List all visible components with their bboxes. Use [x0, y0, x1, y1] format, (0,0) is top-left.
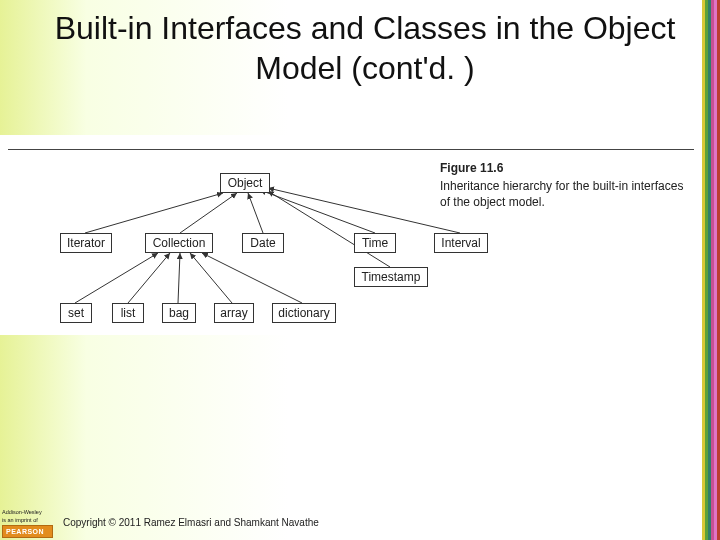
node-time: Time: [354, 233, 396, 253]
node-collection: Collection: [145, 233, 213, 253]
node-bag: bag: [162, 303, 196, 323]
slide: Built-in Interfaces and Classes in the O…: [0, 0, 720, 540]
pearson-badge: PEARSON: [2, 525, 53, 538]
node-set: set: [60, 303, 92, 323]
page-title: Built-in Interfaces and Classes in the O…: [30, 8, 700, 88]
svg-line-7: [128, 253, 170, 303]
accent-strip: [702, 0, 720, 540]
footer: Addison-Wesley is an imprint of PEARSON …: [0, 504, 720, 540]
imprint-line2: is an imprint of: [2, 517, 53, 523]
imprint-line1: Addison-Wesley: [2, 509, 53, 515]
node-array: array: [214, 303, 254, 323]
diagram: Object Iterator Collection Date Time Int…: [20, 155, 580, 335]
svg-line-1: [180, 193, 237, 233]
figure-rule: [8, 149, 694, 150]
svg-line-6: [75, 253, 158, 303]
node-dictionary: dictionary: [272, 303, 336, 323]
node-list: list: [112, 303, 144, 323]
node-iterator: Iterator: [60, 233, 112, 253]
svg-line-4: [268, 188, 460, 233]
svg-line-2: [248, 193, 263, 233]
copyright: Copyright © 2011 Ramez Elmasri and Shamk…: [63, 517, 319, 528]
node-timestamp: Timestamp: [354, 267, 428, 287]
publisher-logo: Addison-Wesley is an imprint of PEARSON: [0, 504, 55, 540]
svg-line-0: [85, 193, 223, 233]
svg-line-8: [178, 253, 180, 303]
node-object: Object: [220, 173, 270, 193]
figure-area: Figure 11.6 Inheritance hierarchy for th…: [0, 135, 702, 335]
node-date: Date: [242, 233, 284, 253]
svg-line-10: [202, 253, 302, 303]
node-interval: Interval: [434, 233, 488, 253]
svg-line-9: [190, 253, 232, 303]
